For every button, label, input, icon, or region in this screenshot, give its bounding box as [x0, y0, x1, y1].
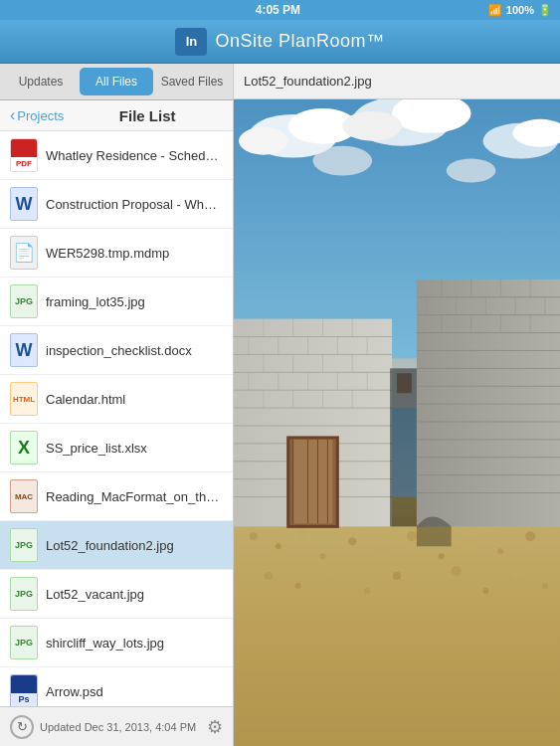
logo-icon: In: [175, 28, 207, 56]
svg-point-9: [313, 146, 373, 176]
refresh-area: ↻ Updated Dec 31, 2013, 4:04 PM: [10, 715, 196, 739]
left-panel: Updates All Files Saved Files ‹ Projects…: [0, 64, 234, 746]
file-name: framing_lot35.jpg: [46, 294, 145, 309]
svg-point-10: [447, 159, 496, 183]
svg-point-17: [348, 537, 356, 545]
file-icon: Ps: [10, 674, 38, 706]
file-icon: JPG: [10, 284, 38, 318]
file-item[interactable]: 📄WER5298.tmp.mdmp: [0, 229, 233, 278]
file-icon: W: [10, 187, 38, 221]
battery-text: 100%: [506, 4, 534, 16]
svg-point-24: [265, 572, 273, 580]
updated-text: Updated Dec 31, 2013, 4:04 PM: [40, 721, 196, 733]
file-icon: JPG: [10, 577, 38, 611]
svg-point-13: [250, 532, 258, 540]
file-icon: X: [10, 431, 38, 465]
main-content: Updates All Files Saved Files ‹ Projects…: [0, 64, 560, 746]
file-icon: 📄: [10, 236, 38, 270]
file-item[interactable]: HTMLCalendar.html: [0, 375, 233, 424]
file-item[interactable]: PDFWhatley Residence - Schedul...: [0, 131, 233, 180]
bottom-bar: ↻ Updated Dec 31, 2013, 4:04 PM ⚙: [0, 706, 233, 746]
svg-rect-81: [417, 280, 560, 526]
file-icon: PDF: [10, 138, 38, 172]
file-item[interactable]: Winspection_checklist.docx: [0, 326, 233, 375]
file-icon: MAC: [10, 479, 38, 513]
svg-point-30: [452, 566, 462, 576]
file-name: inspection_checklist.docx: [46, 343, 192, 358]
svg-point-25: [295, 583, 301, 589]
file-name: Lot52_foundation2.jpg: [46, 538, 174, 553]
svg-point-33: [542, 583, 548, 589]
logo-abbr: In: [186, 34, 198, 49]
battery-icon: 🔋: [538, 4, 552, 17]
svg-point-23: [525, 531, 535, 541]
file-icon: HTML: [10, 382, 38, 416]
image-title: Lot52_foundation2.jpg: [244, 74, 372, 89]
file-icon: JPG: [10, 626, 38, 659]
file-name: shircliff_way_lots.jpg: [46, 636, 164, 651]
app-header: In OnSite PlanRoom™: [0, 20, 560, 64]
wifi-icon: 📶: [488, 4, 502, 17]
tab-bar: Updates All Files Saved Files: [0, 64, 233, 100]
svg-point-6: [342, 111, 402, 141]
file-icon: JPG: [10, 528, 38, 562]
refresh-icon[interactable]: ↻: [10, 715, 34, 739]
status-time: 4:05 PM: [256, 3, 300, 17]
file-name: Whatley Residence - Schedul...: [46, 148, 223, 163]
file-item[interactable]: JPGshircliff_way_lots.jpg: [0, 619, 233, 667]
svg-rect-12: [234, 516, 560, 746]
file-name: Arrow.psd: [46, 684, 103, 699]
svg-point-28: [393, 572, 401, 580]
file-name: Reading_MacFormat_on_the_...: [46, 489, 223, 504]
svg-point-27: [364, 588, 370, 594]
status-bar: 4:05 PM 📶 100% 🔋: [0, 0, 560, 20]
svg-point-18: [379, 548, 385, 554]
right-panel: Lot52_foundation2.jpg: [234, 64, 560, 746]
file-name: Lot52_vacant.jpg: [46, 587, 144, 602]
file-name: Calendar.html: [46, 392, 125, 407]
svg-rect-74: [293, 440, 333, 523]
file-name: SS_price_list.xlsx: [46, 441, 147, 456]
image-header: Lot52_foundation2.jpg: [234, 64, 560, 99]
svg-point-22: [497, 548, 503, 554]
file-list: PDFWhatley Residence - Schedul...WConstr…: [0, 131, 233, 706]
file-item[interactable]: XSS_price_list.xlsx: [0, 424, 233, 472]
svg-point-16: [319, 553, 325, 559]
image-area[interactable]: [234, 99, 560, 746]
file-item[interactable]: WConstruction Proposal - Whatl...: [0, 180, 233, 229]
tab-all-files[interactable]: All Files: [80, 68, 153, 95]
file-item[interactable]: MACReading_MacFormat_on_the_...: [0, 472, 233, 521]
back-label: Projects: [17, 108, 64, 123]
svg-point-31: [482, 588, 488, 594]
back-arrow-icon: ‹: [10, 106, 15, 124]
file-icon: W: [10, 333, 38, 367]
nav-title: File List: [72, 107, 223, 124]
svg-point-21: [467, 537, 475, 545]
svg-point-32: [511, 572, 519, 580]
file-name: Construction Proposal - Whatl...: [46, 197, 223, 212]
svg-point-29: [424, 583, 430, 589]
svg-point-26: [327, 566, 337, 576]
back-button[interactable]: ‹ Projects: [10, 106, 64, 124]
settings-icon[interactable]: ⚙: [207, 716, 223, 738]
app-title: OnSite PlanRoom™: [215, 31, 384, 52]
file-item[interactable]: JPGframing_lot35.jpg: [0, 278, 233, 326]
file-name: WER5298.tmp.mdmp: [46, 246, 169, 261]
file-item[interactable]: JPGLot52_foundation2.jpg: [0, 521, 233, 570]
file-item[interactable]: JPGLot52_vacant.jpg: [0, 570, 233, 619]
svg-point-14: [276, 543, 281, 549]
tab-updates[interactable]: Updates: [4, 68, 78, 95]
status-right: 📶 100% 🔋: [488, 4, 552, 17]
nav-bar: ‹ Projects File List: [0, 100, 233, 131]
svg-point-19: [407, 531, 417, 541]
svg-point-20: [439, 553, 445, 559]
tab-saved-files[interactable]: Saved Files: [155, 68, 229, 95]
file-item[interactable]: PsArrow.psd: [0, 667, 233, 706]
svg-point-3: [239, 127, 288, 155]
